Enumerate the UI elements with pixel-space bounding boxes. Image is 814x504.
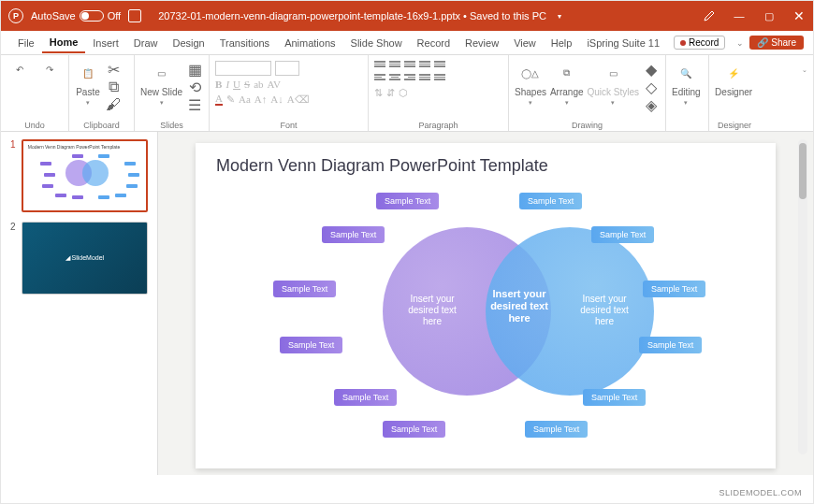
bullets-icon[interactable]	[374, 61, 385, 70]
tab-draw[interactable]: Draw	[126, 34, 166, 52]
toggle-off-icon[interactable]	[80, 10, 104, 22]
indent-dec-icon[interactable]	[404, 61, 415, 70]
tab-record[interactable]: Record	[410, 34, 458, 52]
align-center-icon[interactable]	[389, 74, 400, 83]
tab-file[interactable]: File	[10, 34, 42, 52]
reset-icon[interactable]: ⟲	[186, 79, 203, 95]
share-button[interactable]: 🔗 Share	[749, 36, 804, 50]
venn-text-center[interactable]: Insert your desired text here	[487, 288, 552, 325]
justify-icon[interactable]	[419, 74, 430, 83]
thumb-2-wrap[interactable]: 2 ◢ SlideModel	[10, 222, 148, 295]
thumb-1-wrap[interactable]: 1 Modern Venn Diagram PowerPoint Templat…	[10, 139, 148, 212]
sample-pill[interactable]: Sample Text	[591, 226, 654, 243]
sample-pill[interactable]: Sample Text	[643, 281, 705, 297]
ribbon-tabs: File Home Insert Draw Design Transitions…	[1, 31, 813, 55]
record-dot-icon	[680, 40, 686, 46]
format-painter-icon[interactable]: 🖌	[105, 96, 122, 113]
minimize-icon[interactable]: —	[733, 9, 746, 22]
tab-review[interactable]: Review	[458, 34, 506, 52]
bold-button[interactable]: B	[215, 79, 222, 90]
align-right-icon[interactable]	[404, 74, 415, 83]
new-slide-button[interactable]: ▭New Slide▾	[140, 61, 182, 107]
font-color-button[interactable]: A	[215, 93, 223, 106]
tab-slideshow[interactable]: Slide Show	[343, 34, 410, 52]
venn-text-left[interactable]: Insert your desired text here	[400, 294, 465, 327]
tab-view[interactable]: View	[506, 34, 544, 52]
numbering-icon[interactable]	[389, 61, 400, 70]
redo-button[interactable]: ↷	[36, 61, 63, 78]
maximize-icon[interactable]: ▢	[763, 9, 776, 22]
slide[interactable]: Modern Venn Diagram PowerPoint Template …	[196, 143, 776, 468]
venn-diagram: Insert your desired text here Insert you…	[196, 176, 776, 447]
sample-pill[interactable]: Sample Text	[280, 337, 342, 353]
fill-icon[interactable]: ◆	[643, 61, 660, 78]
sample-pill[interactable]: Sample Text	[322, 226, 385, 243]
quick-styles-button[interactable]: ▭Quick Styles▾	[588, 61, 640, 107]
tab-design[interactable]: Design	[165, 34, 211, 52]
tab-insert[interactable]: Insert	[85, 34, 126, 52]
sample-pill[interactable]: Sample Text	[383, 421, 445, 438]
venn-text-right[interactable]: Insert your desired text here	[572, 294, 637, 327]
copy-icon[interactable]: ⧉	[105, 79, 122, 95]
sample-pill[interactable]: Sample Text	[525, 421, 588, 438]
undo-button[interactable]: ↶	[7, 61, 33, 78]
cut-icon[interactable]: ✂	[105, 61, 122, 78]
align-text-icon[interactable]: ⇵	[386, 87, 395, 99]
arrange-button[interactable]: ⧉Arrange▾	[550, 61, 584, 107]
align-left-icon[interactable]	[374, 74, 385, 83]
pencil-icon[interactable]	[703, 9, 716, 22]
editing-button[interactable]: 🔍Editing▾	[672, 61, 701, 107]
highlight-button[interactable]: ✎	[226, 94, 235, 106]
sample-pill[interactable]: Sample Text	[639, 337, 702, 353]
strike-button[interactable]: S	[244, 79, 250, 90]
close-icon[interactable]: ✕	[792, 9, 806, 22]
shadow-button[interactable]: ab	[254, 79, 263, 90]
shrink-font-button[interactable]: A↓	[270, 94, 283, 105]
scrollbar-thumb[interactable]	[799, 143, 807, 199]
slide-title[interactable]: Modern Venn Diagram PowerPoint Template	[196, 143, 776, 176]
font-family-select[interactable]	[215, 61, 271, 76]
slide-thumbnail-2[interactable]: ◢ SlideModel	[22, 222, 148, 295]
line-spacing-icon[interactable]	[434, 61, 445, 70]
paste-button[interactable]: 📋Paste▾	[75, 61, 101, 107]
collapse-ribbon-icon[interactable]: ⌄	[802, 66, 807, 73]
text-direction-icon[interactable]: ⇅	[374, 87, 383, 99]
tab-help[interactable]: Help	[544, 34, 580, 52]
sample-pill[interactable]: Sample Text	[273, 281, 336, 297]
autosave-toggle[interactable]: AutoSave Off	[31, 10, 121, 22]
sample-pill[interactable]: Sample Text	[583, 389, 646, 406]
underline-button[interactable]: U	[233, 79, 240, 90]
indent-inc-icon[interactable]	[419, 61, 430, 70]
slide-thumbnail-1[interactable]: Modern Venn Diagram PowerPoint Template	[22, 139, 148, 212]
effects-icon[interactable]: ◈	[643, 96, 660, 113]
columns-icon[interactable]	[434, 74, 445, 83]
tab-ispring[interactable]: iSpring Suite 11	[579, 34, 667, 52]
outline-icon[interactable]: ◇	[643, 79, 660, 95]
layout-icon[interactable]: ▦	[186, 61, 203, 78]
tab-animations[interactable]: Animations	[277, 34, 342, 52]
clipboard-icon: 📋	[76, 61, 100, 85]
sample-pill[interactable]: Sample Text	[519, 193, 582, 209]
sample-pill[interactable]: Sample Text	[334, 389, 397, 406]
chevron-down-icon[interactable]: ▾	[558, 12, 561, 21]
spacing-button[interactable]: AV	[268, 79, 281, 90]
chevron-down-icon[interactable]: ⌄	[736, 38, 744, 48]
save-icon[interactable]	[128, 9, 141, 22]
clear-format-button[interactable]: A⌫	[287, 94, 310, 106]
record-button[interactable]: Record	[674, 36, 725, 50]
group-font: B I U S ab AV A ✎ Aa A↑ A↓ A⌫ Font	[210, 55, 369, 131]
shapes-button[interactable]: ◯△Shapes▾	[515, 61, 546, 107]
tab-home[interactable]: Home	[42, 33, 86, 53]
vertical-scrollbar[interactable]	[798, 139, 807, 454]
smartart-icon[interactable]: ⬡	[399, 87, 408, 99]
designer-button[interactable]: ⚡Designer	[715, 61, 752, 97]
grow-font-button[interactable]: A↑	[254, 94, 267, 105]
sample-pill[interactable]: Sample Text	[376, 193, 439, 209]
autosave-state: Off	[108, 10, 121, 22]
arrange-icon: ⧉	[555, 61, 579, 85]
font-size-select[interactable]	[275, 61, 299, 76]
section-icon[interactable]: ☰	[186, 96, 203, 113]
italic-button[interactable]: I	[225, 79, 229, 90]
tab-transitions[interactable]: Transitions	[212, 34, 277, 52]
case-button[interactable]: Aa	[239, 94, 251, 105]
